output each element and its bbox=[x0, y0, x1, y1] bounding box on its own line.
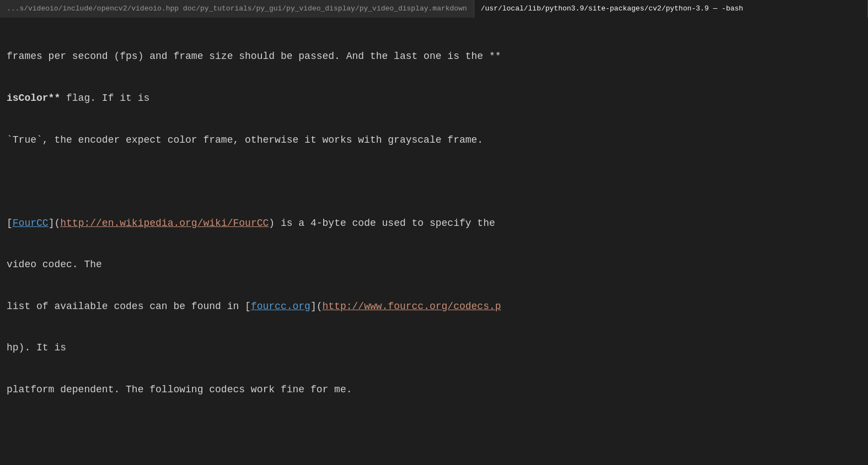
fourcc-url[interactable]: http://en.wikipedia.org/wiki/FourCC bbox=[60, 218, 269, 229]
line-10 bbox=[7, 424, 861, 438]
line-8: hp). It is bbox=[7, 341, 861, 355]
line-6: video codec. The bbox=[7, 258, 861, 272]
line-7: list of available codes can be found in … bbox=[7, 300, 861, 313]
fourcc-org-link[interactable]: fourcc.org bbox=[251, 301, 310, 312]
tab-bar: ...s/videoio/include/opencv2/videoio.hpp… bbox=[0, 0, 868, 18]
line-1: frames per second (fps) and frame size s… bbox=[7, 50, 861, 63]
line-2: isColor** flag. If it is bbox=[7, 91, 861, 105]
tab-bash[interactable]: /usr/local/lib/python3.9/site-packages/c… bbox=[474, 0, 868, 18]
line-9: platform dependent. The following codecs… bbox=[7, 383, 861, 397]
bold-iscolor: isColor** bbox=[7, 93, 60, 104]
line-4 bbox=[7, 175, 861, 188]
fourcc-link[interactable]: FourCC bbox=[13, 218, 49, 229]
line-3: `True`, the encoder expect color frame, … bbox=[7, 133, 861, 147]
main-content: frames per second (fps) and frame size s… bbox=[0, 18, 868, 465]
tab-markdown[interactable]: ...s/videoio/include/opencv2/videoio.hpp… bbox=[0, 0, 474, 18]
line-5: [FourCC](http://en.wikipedia.org/wiki/Fo… bbox=[7, 217, 861, 230]
fourcc-org-url[interactable]: http://www.fourcc.org/codecs.p bbox=[323, 301, 501, 312]
